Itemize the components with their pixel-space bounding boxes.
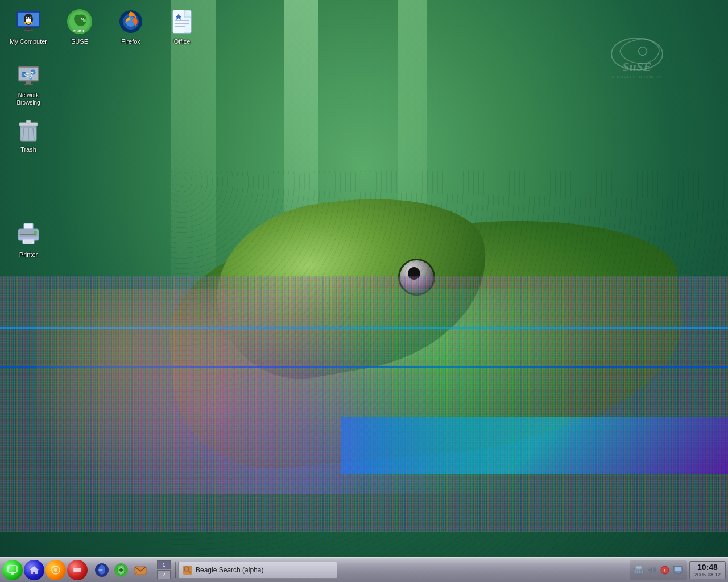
- network-tray-icon[interactable]: [633, 564, 644, 576]
- window-title: Beagle Search (alpha): [196, 566, 263, 574]
- svg-point-12: [27, 18, 27, 18]
- display-tray-icon[interactable]: [672, 564, 684, 576]
- trash-label: Trash: [20, 146, 36, 153]
- desktop: SuSE A NOVELL BUSINESS: [0, 0, 728, 557]
- svg-point-68: [119, 568, 123, 572]
- svg-rect-53: [20, 234, 36, 235]
- taskbar-separator-2: [152, 562, 152, 578]
- system-tray: !: [630, 560, 687, 580]
- svg-rect-64: [73, 569, 81, 571]
- konqueror-button[interactable]: [112, 561, 130, 579]
- svg-point-18: [27, 22, 30, 23]
- home-folder-button[interactable]: [24, 560, 44, 580]
- my-computer-label: My Computer: [10, 38, 47, 45]
- svg-text:SUSE: SUSE: [73, 28, 86, 34]
- printer-icon[interactable]: Printer: [6, 219, 51, 261]
- system-tray-area: ! 10:48 2005-08-12: [630, 560, 726, 580]
- my-computer-img: [15, 8, 42, 35]
- workspace-2-button[interactable]: 2: [157, 570, 171, 579]
- svg-rect-83: [676, 572, 680, 573]
- svg-rect-58: [8, 566, 17, 572]
- svg-point-22: [82, 18, 84, 19]
- svg-point-62: [54, 568, 57, 572]
- volume-tray-icon[interactable]: [646, 564, 657, 576]
- svg-rect-41: [26, 81, 31, 84]
- trash-img: [15, 116, 42, 143]
- suse-menu-button[interactable]: [46, 560, 66, 580]
- office-label: Office: [174, 38, 191, 45]
- suse-icon[interactable]: SUSE SUSE: [57, 6, 102, 48]
- network-browsing-img: [15, 62, 42, 89]
- network-browsing-icon[interactable]: Network Browsing: [6, 60, 51, 109]
- svg-text:SuSE: SuSE: [622, 60, 651, 74]
- svg-line-73: [188, 571, 191, 573]
- clock-time: 10:48: [694, 563, 721, 572]
- office-icon[interactable]: Office: [159, 6, 205, 48]
- office-img: [168, 8, 196, 35]
- workspace-1-button[interactable]: 1: [157, 560, 171, 569]
- svg-rect-65: [73, 571, 81, 572]
- svg-point-54: [34, 231, 37, 234]
- taskbar: 1 2 Beagle Search (alpha): [0, 557, 728, 582]
- svg-rect-60: [11, 573, 14, 575]
- suse-watermark: SuSE A NOVELL BUSINESS: [592, 34, 682, 91]
- suse-label: SUSE: [71, 38, 88, 45]
- svg-rect-84: [675, 573, 681, 575]
- apps-button[interactable]: [67, 560, 88, 580]
- svg-text:!: !: [664, 568, 665, 573]
- printer-label: Printer: [19, 251, 38, 259]
- taskbar-separator-3: [175, 562, 176, 578]
- suse-img: SUSE: [66, 8, 93, 35]
- svg-rect-63: [73, 568, 81, 569]
- svg-point-13: [30, 18, 31, 18]
- taskbar-separator-1: [90, 562, 90, 578]
- svg-rect-15: [24, 30, 33, 31]
- svg-rect-78: [636, 566, 642, 569]
- printer-img: [15, 221, 42, 248]
- network-browsing-label: Network Browsing: [8, 92, 49, 106]
- svg-text:A NOVELL BUSINESS: A NOVELL BUSINESS: [612, 75, 662, 79]
- firefox-img: [117, 8, 144, 35]
- svg-rect-55: [23, 239, 34, 244]
- svg-rect-14: [26, 27, 31, 30]
- workspace-switcher: 1 2: [157, 560, 171, 579]
- svg-point-72: [184, 567, 189, 571]
- update-tray-icon[interactable]: !: [659, 564, 671, 576]
- mozilla-button[interactable]: [93, 561, 111, 579]
- beagle-search-icon: [183, 566, 192, 575]
- clock[interactable]: 10:48 2005-08-12: [689, 561, 726, 579]
- svg-rect-42: [24, 84, 33, 85]
- svg-rect-49: [26, 120, 31, 123]
- trash-icon[interactable]: Trash: [6, 114, 51, 156]
- firefox-icon[interactable]: Firefox: [108, 6, 154, 48]
- my-computer-icon[interactable]: My Computer: [6, 6, 51, 48]
- kmail-button[interactable]: [131, 561, 150, 579]
- clock-date: 2005-08-12: [694, 572, 721, 577]
- svg-rect-59: [9, 572, 16, 573]
- beagle-search-window[interactable]: Beagle Search (alpha): [178, 562, 337, 579]
- firefox-label: Firefox: [121, 38, 140, 45]
- show-desktop-button[interactable]: [2, 560, 23, 580]
- svg-rect-82: [675, 567, 681, 571]
